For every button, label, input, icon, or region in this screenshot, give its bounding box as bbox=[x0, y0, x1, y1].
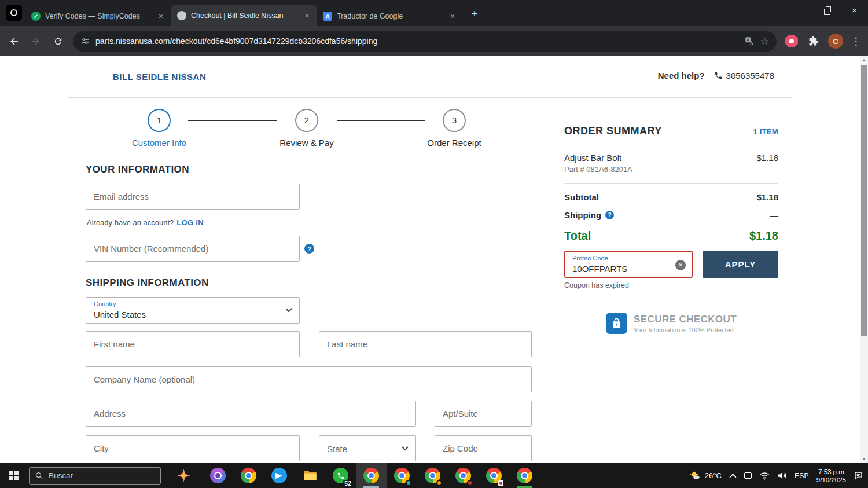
step-order-receipt[interactable]: 3 Order Receipt bbox=[408, 109, 501, 148]
nissan-favicon bbox=[177, 11, 186, 20]
country-select[interactable]: Country United States bbox=[86, 297, 300, 324]
email-input[interactable] bbox=[86, 184, 300, 210]
weather-widget[interactable]: 26°C bbox=[689, 469, 722, 482]
secure-checkout: SECURE CHECKOUT Your Information is 100%… bbox=[564, 313, 778, 334]
taskbar-whatsapp[interactable]: 52 bbox=[325, 463, 356, 488]
company-input[interactable] bbox=[86, 366, 532, 392]
shipping-row: Shipping ? — bbox=[564, 210, 778, 220]
back-button[interactable] bbox=[3, 31, 24, 52]
reload-button[interactable] bbox=[47, 31, 68, 52]
restore-icon bbox=[826, 6, 831, 12]
scroll-down-arrow[interactable]: ▼ bbox=[860, 455, 868, 463]
taskbar-sparkle-app[interactable] bbox=[169, 463, 198, 488]
first-name-input[interactable] bbox=[86, 331, 300, 357]
item-count: 1 ITEM bbox=[753, 127, 778, 136]
bookmark-star-icon[interactable]: ☆ bbox=[760, 36, 769, 46]
language-indicator[interactable]: ESP bbox=[795, 472, 809, 480]
step-customer-info[interactable]: 1 Customer Info bbox=[113, 109, 205, 148]
windows-logo-icon bbox=[9, 471, 19, 481]
start-button[interactable] bbox=[0, 463, 28, 488]
address-bar[interactable]: parts.nissanusa.com/checkout/cd6e4bf9007… bbox=[73, 31, 777, 52]
page-scrollbar[interactable]: ▲ ▼ bbox=[860, 56, 868, 463]
taskbar-chrome-sharing[interactable] bbox=[509, 463, 540, 488]
vin-input[interactable] bbox=[86, 236, 300, 262]
tab-close-icon[interactable]: × bbox=[448, 12, 457, 21]
close-button[interactable]: × bbox=[841, 0, 868, 20]
tab-title: Traductor de Google bbox=[337, 12, 443, 20]
tray-device-icon[interactable] bbox=[744, 472, 752, 479]
login-link[interactable]: LOG IN bbox=[176, 218, 204, 227]
taskbar-file-explorer[interactable] bbox=[295, 463, 325, 488]
taskbar-search[interactable]: Buscar bbox=[29, 467, 161, 485]
taskbar-chrome-active[interactable] bbox=[356, 463, 387, 488]
time-text: 7:53 p.m. bbox=[816, 468, 846, 476]
country-value: United States bbox=[94, 310, 146, 320]
apt-suite-input[interactable] bbox=[435, 401, 532, 427]
restore-button[interactable] bbox=[814, 0, 841, 20]
zip-input[interactable] bbox=[435, 435, 532, 461]
forward-button[interactable] bbox=[25, 31, 46, 52]
country-label: Country bbox=[94, 300, 116, 307]
tray-chevron-up-icon[interactable] bbox=[729, 473, 737, 478]
whatsapp-badge: 52 bbox=[343, 480, 352, 487]
adblock-shield-icon[interactable] bbox=[781, 31, 802, 52]
promo-code-field[interactable]: Promo Code × bbox=[564, 251, 693, 278]
taskbar-app-purple[interactable] bbox=[203, 463, 233, 488]
tab-translate[interactable]: A Traductor de Google × bbox=[317, 6, 463, 26]
chevron-down-icon bbox=[402, 446, 409, 451]
profile-avatar[interactable]: C bbox=[825, 31, 846, 52]
clear-promo-icon[interactable]: × bbox=[675, 260, 686, 270]
tab-close-icon[interactable]: × bbox=[156, 12, 165, 21]
scrollbar-thumb[interactable] bbox=[861, 65, 867, 336]
step-circle: 3 bbox=[443, 109, 466, 132]
chrome-icon bbox=[517, 468, 532, 483]
promo-input[interactable] bbox=[572, 264, 665, 274]
google-translate-favicon: A bbox=[323, 12, 332, 21]
step-circle: 1 bbox=[148, 109, 171, 132]
search-placeholder: Buscar bbox=[49, 471, 73, 480]
taskbar-chrome[interactable] bbox=[233, 463, 264, 488]
browser-window-icon[interactable] bbox=[6, 5, 22, 21]
translate-page-icon[interactable]: A bbox=[744, 36, 755, 46]
item-price: $1.18 bbox=[756, 153, 778, 163]
taskbar-clock[interactable]: 7:53 p.m. 9/10/2025 bbox=[816, 468, 846, 484]
site-settings-icon[interactable] bbox=[80, 36, 90, 46]
browser-menu-icon[interactable]: ⋮ bbox=[847, 35, 865, 47]
need-help-text: Need help? bbox=[658, 71, 705, 80]
wifi-icon[interactable] bbox=[759, 472, 770, 480]
sparkle-icon bbox=[176, 468, 191, 483]
apply-button[interactable]: APPLY bbox=[703, 251, 778, 278]
secure-checkout-title: SECURE CHECKOUT bbox=[634, 314, 737, 325]
taskbar-chrome-profile-badge[interactable] bbox=[479, 463, 509, 488]
minimize-button[interactable] bbox=[786, 0, 814, 20]
tab-close-icon[interactable]: × bbox=[302, 11, 311, 20]
taskbar-apps: 52 bbox=[203, 463, 540, 488]
profile-dot-teal bbox=[406, 480, 411, 486]
taskbar-chrome-profile-teal[interactable] bbox=[387, 463, 417, 488]
summary-divider bbox=[564, 183, 778, 184]
taskbar-chrome-profile-orange[interactable] bbox=[417, 463, 448, 488]
tab-checkout[interactable]: Checkout | Bill Seidle Nissan × bbox=[171, 5, 317, 26]
item-name: Adjust Bar Bolt bbox=[564, 153, 621, 163]
phone-link[interactable]: 3056355478 bbox=[714, 71, 774, 80]
step-review-pay[interactable]: 2 Review & Pay bbox=[260, 109, 353, 148]
volume-icon[interactable] bbox=[777, 471, 787, 480]
last-name-input[interactable] bbox=[319, 331, 532, 357]
tab-title: Verify Codes — SimplyCodes bbox=[45, 12, 152, 20]
notification-center-icon[interactable] bbox=[854, 471, 863, 480]
address-input[interactable] bbox=[86, 401, 416, 427]
extensions-puzzle-icon[interactable] bbox=[803, 31, 824, 52]
city-input[interactable] bbox=[86, 435, 300, 461]
scroll-up-arrow[interactable]: ▲ bbox=[860, 56, 868, 64]
temperature-text: 26°C bbox=[705, 471, 722, 480]
dealer-logo[interactable]: BILL SEIDLE NISSAN bbox=[113, 72, 206, 82]
new-tab-button[interactable]: + bbox=[466, 6, 483, 22]
url-text[interactable]: parts.nissanusa.com/checkout/cd6e4bf9007… bbox=[95, 36, 738, 46]
taskbar-chrome-profile-red[interactable] bbox=[448, 463, 479, 488]
promo-row: Promo Code × APPLY bbox=[564, 251, 778, 278]
shipping-help-icon[interactable]: ? bbox=[605, 211, 614, 219]
tab-simplycodes[interactable]: ✓ Verify Codes — SimplyCodes × bbox=[25, 6, 171, 26]
taskbar-app-blue[interactable] bbox=[264, 463, 295, 488]
vin-help-icon[interactable]: ? bbox=[304, 244, 314, 254]
state-select[interactable]: State bbox=[319, 435, 416, 461]
